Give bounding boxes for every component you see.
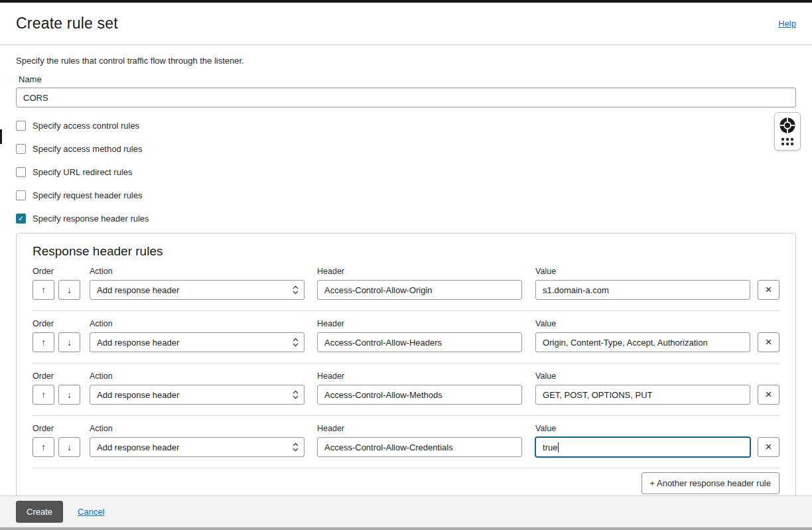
arrow-down-icon: ↓ xyxy=(67,285,72,295)
action-column-label: Action xyxy=(90,424,304,433)
value-input-0[interactable]: s1.domain-a.com xyxy=(535,280,750,300)
close-icon: × xyxy=(766,440,772,454)
arrow-up-icon: ↑ xyxy=(41,337,46,348)
move-up-button[interactable]: ↑ xyxy=(33,332,54,352)
value-column-label: Value xyxy=(535,319,750,328)
action-column: Action Add response header xyxy=(90,371,304,405)
move-down-button[interactable]: ↓ xyxy=(58,332,80,352)
create-button[interactable]: Create xyxy=(16,501,63,523)
move-down-button[interactable]: ↓ xyxy=(58,385,80,405)
header-input-2[interactable]: Access-Control-Allow-Methods xyxy=(317,385,522,405)
checkbox-box[interactable]: ✓ xyxy=(16,167,26,177)
value-column: Value Origin, Content-Type, Accept, Auth… xyxy=(535,319,750,352)
grid-dots-icon xyxy=(781,138,793,145)
action-select[interactable]: Add response header xyxy=(90,332,304,352)
checkbox-box[interactable]: ✓ xyxy=(16,214,26,224)
checkbox-row-url-redirect[interactable]: ✓ Specify URL redirect rules xyxy=(16,166,133,177)
action-column-label: Action xyxy=(90,267,304,276)
value-input-3[interactable]: true xyxy=(535,437,750,457)
remove-rule-button[interactable]: × xyxy=(758,332,779,352)
order-column-label: Order xyxy=(33,371,80,381)
move-down-button[interactable]: ↓ xyxy=(58,437,80,457)
header-input-value: Access-Control-Allow-Methods xyxy=(324,390,442,400)
checkbox-box[interactable]: ✓ xyxy=(16,121,26,131)
checkbox-row-access-method[interactable]: ✓ Specify access method rules xyxy=(16,143,142,154)
checkbox-row-response-header[interactable]: ✓ Specify response header rules xyxy=(16,213,149,224)
create-rule-set-dialog: Create rule set Help Specify the rules t… xyxy=(0,0,812,530)
value-input-value: Origin, Content-Type, Accept, Authorizat… xyxy=(543,338,708,348)
checkbox-box[interactable]: ✓ xyxy=(16,190,26,200)
select-spinner-icon xyxy=(293,442,299,452)
arrow-down-icon: ↓ xyxy=(67,442,72,452)
move-up-button[interactable]: ↑ xyxy=(33,385,54,405)
dialog-header: Create rule set Help xyxy=(0,3,812,45)
order-column: Order ↑ ↓ xyxy=(33,371,80,405)
header-column: Header Access-Control-Allow-Headers xyxy=(317,319,522,352)
header-input-value: Access-Control-Allow-Origin xyxy=(324,285,433,295)
move-down-button[interactable]: ↓ xyxy=(58,280,80,300)
action-select-value: Add response header xyxy=(97,390,179,400)
action-select-value: Add response header xyxy=(97,442,179,452)
name-input[interactable]: CORS xyxy=(16,88,796,107)
arrow-up-icon: ↑ xyxy=(41,389,46,400)
checkbox-row-access-control[interactable]: ✓ Specify access control rules xyxy=(16,120,139,131)
header-column-label: Header xyxy=(317,319,522,328)
header-input-3[interactable]: Access-Control-Allow-Credentials xyxy=(317,437,522,457)
add-rule-button[interactable]: + Another response header rule xyxy=(642,472,780,494)
checkbox-label: Specify access method rules xyxy=(33,144,142,154)
header-input-1[interactable]: Access-Control-Allow-Headers xyxy=(317,332,522,352)
rule-row-1: Order ↑ ↓ Action Add response header Hea… xyxy=(33,319,779,352)
page-subtitle: Specify the rules that control traffic f… xyxy=(16,56,796,66)
checkbox-box[interactable]: ✓ xyxy=(16,144,26,154)
rule-row-3: Order ↑ ↓ Action Add response header Hea… xyxy=(33,424,779,457)
text-caret xyxy=(558,442,559,452)
checkbox-label: Specify access control rules xyxy=(33,121,139,131)
rule-row-2: Order ↑ ↓ Action Add response header Hea… xyxy=(33,371,779,405)
check-icon: ✓ xyxy=(18,215,24,222)
assistant-widget[interactable] xyxy=(774,112,801,151)
rule-separator xyxy=(33,468,779,468)
order-column: Order ↑ ↓ xyxy=(33,319,80,352)
action-column: Action Add response header xyxy=(90,319,304,352)
rule-separator xyxy=(33,310,779,311)
name-input-value: CORS xyxy=(23,93,48,103)
select-spinner-icon xyxy=(293,337,299,348)
order-column: Order ↑ ↓ xyxy=(33,424,80,457)
value-column: Value s1.domain-a.com xyxy=(535,267,750,300)
header-column-label: Header xyxy=(317,267,522,276)
value-input-1[interactable]: Origin, Content-Type, Accept, Authorizat… xyxy=(535,332,750,352)
action-select-value: Add response header xyxy=(97,285,179,295)
remove-rule-button[interactable]: × xyxy=(758,437,779,457)
help-link[interactable]: Help xyxy=(778,19,796,29)
move-up-button[interactable]: ↑ xyxy=(33,437,54,457)
page-title: Create rule set xyxy=(16,15,118,33)
header-column-label: Header xyxy=(317,424,522,433)
value-column: Value true xyxy=(535,424,750,457)
action-select[interactable]: Add response header xyxy=(90,385,304,405)
rule-separator xyxy=(33,363,779,364)
panel-title: Response header rules xyxy=(33,244,779,259)
order-column: Order ↑ ↓ xyxy=(33,267,80,300)
action-select[interactable]: Add response header xyxy=(90,437,304,457)
action-column-label: Action xyxy=(90,371,304,381)
life-ring-icon xyxy=(779,117,796,134)
rule-separator xyxy=(33,415,779,416)
remove-rule-button[interactable]: × xyxy=(758,280,779,300)
value-input-value: GET, POST, OPTIONS, PUT xyxy=(543,390,652,400)
action-select[interactable]: Add response header xyxy=(90,280,304,300)
dialog-footer: Create Cancel xyxy=(0,496,812,527)
move-up-button[interactable]: ↑ xyxy=(33,280,54,300)
header-input-0[interactable]: Access-Control-Allow-Origin xyxy=(317,280,522,300)
header-column: Header Access-Control-Allow-Credentials xyxy=(317,424,522,457)
cancel-link[interactable]: Cancel xyxy=(78,507,104,517)
checkbox-row-request-header[interactable]: ✓ Specify request header rules xyxy=(16,190,142,200)
order-column-label: Order xyxy=(33,424,80,433)
arrow-up-icon: ↑ xyxy=(41,442,46,452)
close-icon: × xyxy=(766,388,772,401)
header-column: Header Access-Control-Allow-Methods xyxy=(317,371,522,405)
select-spinner-icon xyxy=(293,285,299,295)
window-bottom-edge xyxy=(0,527,812,530)
value-input-2[interactable]: GET, POST, OPTIONS, PUT xyxy=(535,385,750,405)
remove-rule-button[interactable]: × xyxy=(758,385,779,405)
add-rule-row: + Another response header rule xyxy=(33,472,779,494)
